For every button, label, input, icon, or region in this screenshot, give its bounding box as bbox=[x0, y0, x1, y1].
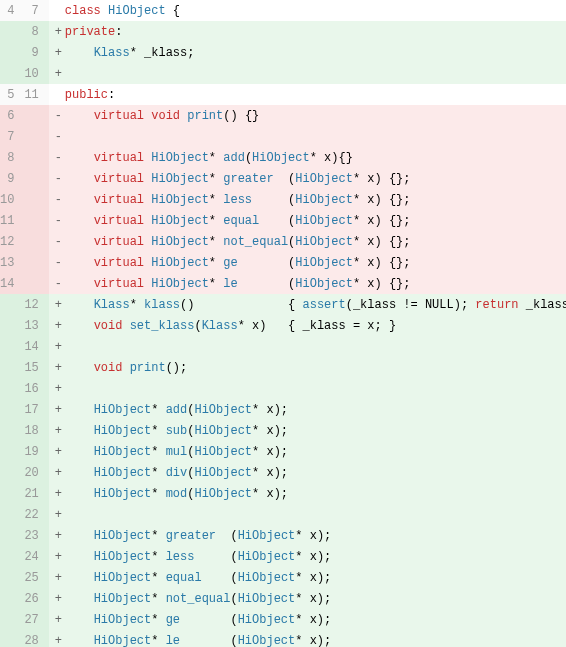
line-number-old[interactable]: 11 bbox=[0, 210, 24, 231]
line-number-old[interactable] bbox=[0, 315, 24, 336]
line-number-old[interactable] bbox=[0, 630, 24, 647]
line-number-new[interactable] bbox=[24, 273, 48, 294]
line-number-old[interactable] bbox=[0, 504, 24, 525]
code-content[interactable]: + Klass* _klass; bbox=[49, 42, 566, 63]
line-number-old[interactable] bbox=[0, 378, 24, 399]
code-content[interactable]: - virtual void print() {} bbox=[49, 105, 566, 126]
line-number-new[interactable] bbox=[24, 168, 48, 189]
code-content[interactable]: - virtual HiObject* le (HiObject* x) {}; bbox=[49, 273, 566, 294]
line-number-old[interactable]: 6 bbox=[0, 105, 24, 126]
code-content[interactable]: + HiObject* sub(HiObject* x); bbox=[49, 420, 566, 441]
code-content[interactable]: + bbox=[49, 378, 566, 399]
code-content[interactable]: + HiObject* mod(HiObject* x); bbox=[49, 483, 566, 504]
line-number-new[interactable]: 19 bbox=[24, 441, 48, 462]
diff-line: 20+ HiObject* div(HiObject* x); bbox=[0, 462, 566, 483]
code-content[interactable]: - virtual HiObject* ge (HiObject* x) {}; bbox=[49, 252, 566, 273]
line-number-old[interactable] bbox=[0, 336, 24, 357]
line-number-old[interactable]: 9 bbox=[0, 168, 24, 189]
diff-line: 14- virtual HiObject* le (HiObject* x) {… bbox=[0, 273, 566, 294]
code-content[interactable]: + HiObject* ge (HiObject* x); bbox=[49, 609, 566, 630]
line-number-old[interactable]: 10 bbox=[0, 189, 24, 210]
line-number-old[interactable] bbox=[0, 21, 24, 42]
line-number-new[interactable] bbox=[24, 126, 48, 147]
line-number-old[interactable] bbox=[0, 441, 24, 462]
code-content[interactable]: - virtual HiObject* less (HiObject* x) {… bbox=[49, 189, 566, 210]
line-number-old[interactable] bbox=[0, 42, 24, 63]
code-content[interactable]: + HiObject* equal (HiObject* x); bbox=[49, 567, 566, 588]
line-number-old[interactable] bbox=[0, 525, 24, 546]
code-content[interactable]: - virtual HiObject* add(HiObject* x){} bbox=[49, 147, 566, 168]
line-number-old[interactable] bbox=[0, 609, 24, 630]
line-number-old[interactable] bbox=[0, 462, 24, 483]
line-number-old[interactable] bbox=[0, 420, 24, 441]
line-number-old[interactable] bbox=[0, 63, 24, 84]
line-number-new[interactable]: 20 bbox=[24, 462, 48, 483]
diff-body: 47 class HiObject {8+private:9+ Klass* _… bbox=[0, 0, 566, 647]
line-number-new[interactable]: 12 bbox=[24, 294, 48, 315]
line-number-new[interactable]: 22 bbox=[24, 504, 48, 525]
code-content[interactable]: class HiObject { bbox=[49, 0, 566, 21]
code-content[interactable]: - virtual HiObject* not_equal(HiObject* … bbox=[49, 231, 566, 252]
line-number-new[interactable]: 16 bbox=[24, 378, 48, 399]
line-number-new[interactable] bbox=[24, 189, 48, 210]
code-content[interactable]: + bbox=[49, 504, 566, 525]
line-number-old[interactable] bbox=[0, 546, 24, 567]
code-content[interactable]: + HiObject* greater (HiObject* x); bbox=[49, 525, 566, 546]
code-content[interactable]: + bbox=[49, 63, 566, 84]
code-content[interactable]: + bbox=[49, 336, 566, 357]
code-content[interactable]: + HiObject* not_equal(HiObject* x); bbox=[49, 588, 566, 609]
line-number-old[interactable]: 4 bbox=[0, 0, 24, 21]
line-number-old[interactable]: 14 bbox=[0, 273, 24, 294]
code-content[interactable]: + HiObject* div(HiObject* x); bbox=[49, 462, 566, 483]
line-number-old[interactable] bbox=[0, 294, 24, 315]
line-number-new[interactable]: 14 bbox=[24, 336, 48, 357]
code-content[interactable]: + HiObject* mul(HiObject* x); bbox=[49, 441, 566, 462]
line-number-new[interactable]: 17 bbox=[24, 399, 48, 420]
line-number-new[interactable]: 7 bbox=[24, 0, 48, 21]
line-number-old[interactable]: 5 bbox=[0, 84, 24, 105]
line-number-new[interactable]: 10 bbox=[24, 63, 48, 84]
line-number-old[interactable] bbox=[0, 399, 24, 420]
line-number-old[interactable] bbox=[0, 588, 24, 609]
line-number-new[interactable] bbox=[24, 231, 48, 252]
code-content[interactable]: +private: bbox=[49, 21, 566, 42]
code-content[interactable]: + HiObject* less (HiObject* x); bbox=[49, 546, 566, 567]
line-number-new[interactable]: 18 bbox=[24, 420, 48, 441]
code-content[interactable]: public: bbox=[49, 84, 566, 105]
diff-line: 13+ void set_klass(Klass* x) { _klass = … bbox=[0, 315, 566, 336]
code-content[interactable]: + void set_klass(Klass* x) { _klass = x;… bbox=[49, 315, 566, 336]
code-content[interactable]: + Klass* klass() { assert(_klass != NULL… bbox=[49, 294, 566, 315]
line-number-old[interactable]: 8 bbox=[0, 147, 24, 168]
line-number-new[interactable]: 25 bbox=[24, 567, 48, 588]
line-number-new[interactable]: 28 bbox=[24, 630, 48, 647]
line-number-old[interactable]: 12 bbox=[0, 231, 24, 252]
code-content[interactable]: - virtual HiObject* greater (HiObject* x… bbox=[49, 168, 566, 189]
line-number-new[interactable]: 13 bbox=[24, 315, 48, 336]
code-content[interactable]: + HiObject* le (HiObject* x); bbox=[49, 630, 566, 647]
line-number-new[interactable]: 26 bbox=[24, 588, 48, 609]
line-number-new[interactable]: 8 bbox=[24, 21, 48, 42]
code-content[interactable]: + HiObject* add(HiObject* x); bbox=[49, 399, 566, 420]
line-number-new[interactable] bbox=[24, 147, 48, 168]
line-number-old[interactable] bbox=[0, 567, 24, 588]
code-content[interactable]: + void print(); bbox=[49, 357, 566, 378]
line-number-new[interactable]: 21 bbox=[24, 483, 48, 504]
diff-line: 7- bbox=[0, 126, 566, 147]
line-number-new[interactable]: 9 bbox=[24, 42, 48, 63]
line-number-new[interactable]: 11 bbox=[24, 84, 48, 105]
line-number-old[interactable] bbox=[0, 357, 24, 378]
diff-line: 13- virtual HiObject* ge (HiObject* x) {… bbox=[0, 252, 566, 273]
code-content[interactable]: - bbox=[49, 126, 566, 147]
line-number-new[interactable] bbox=[24, 105, 48, 126]
line-number-new[interactable] bbox=[24, 210, 48, 231]
line-number-old[interactable]: 13 bbox=[0, 252, 24, 273]
line-number-new[interactable]: 27 bbox=[24, 609, 48, 630]
code-content[interactable]: - virtual HiObject* equal (HiObject* x) … bbox=[49, 210, 566, 231]
line-number-new[interactable] bbox=[24, 252, 48, 273]
line-number-new[interactable]: 23 bbox=[24, 525, 48, 546]
diff-line: 17+ HiObject* add(HiObject* x); bbox=[0, 399, 566, 420]
line-number-new[interactable]: 24 bbox=[24, 546, 48, 567]
line-number-old[interactable] bbox=[0, 483, 24, 504]
line-number-old[interactable]: 7 bbox=[0, 126, 24, 147]
line-number-new[interactable]: 15 bbox=[24, 357, 48, 378]
